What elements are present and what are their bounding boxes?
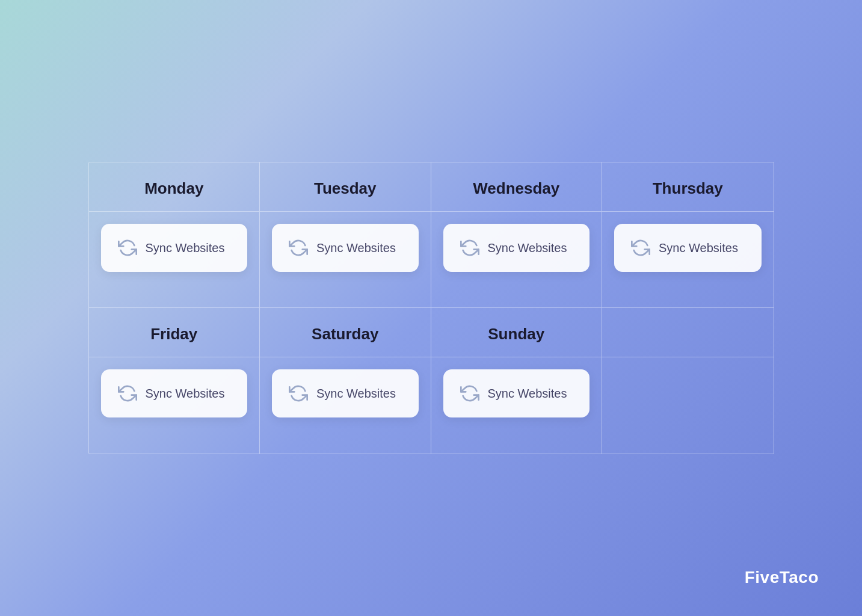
day-header-empty	[602, 308, 774, 357]
day-header-tuesday: Tuesday	[260, 162, 431, 212]
cell-sunday: Sync Websites	[431, 357, 603, 454]
day-header-sunday: Sunday	[431, 308, 603, 357]
calendar-container: Monday Tuesday Wednesday Thursday Sync W…	[88, 162, 774, 454]
brand-logo: FiveTaco	[745, 568, 819, 587]
task-label: Sync Websites	[146, 387, 225, 401]
task-label: Sync Websites	[146, 241, 225, 255]
task-card-friday[interactable]: Sync Websites	[101, 369, 248, 417]
task-label: Sync Websites	[488, 241, 567, 255]
cell-saturday: Sync Websites	[260, 357, 431, 454]
day-header-thursday: Thursday	[602, 162, 774, 212]
cell-tuesday: Sync Websites	[260, 212, 431, 308]
sync-icon	[460, 238, 479, 257]
day-header-monday: Monday	[89, 162, 260, 212]
task-card-monday[interactable]: Sync Websites	[101, 224, 248, 272]
sync-icon	[460, 384, 479, 403]
cell-wednesday: Sync Websites	[431, 212, 603, 308]
sync-icon	[631, 238, 650, 257]
sync-icon	[118, 384, 137, 403]
day-header-wednesday: Wednesday	[431, 162, 603, 212]
cell-monday: Sync Websites	[89, 212, 260, 308]
cell-friday: Sync Websites	[89, 357, 260, 454]
task-card-saturday[interactable]: Sync Websites	[272, 369, 419, 417]
task-card-thursday[interactable]: Sync Websites	[614, 224, 762, 272]
task-label: Sync Websites	[659, 241, 738, 255]
task-label: Sync Websites	[316, 241, 396, 255]
cell-thursday: Sync Websites	[602, 212, 774, 308]
task-card-tuesday[interactable]: Sync Websites	[272, 224, 419, 272]
sync-icon	[118, 238, 137, 257]
task-label: Sync Websites	[316, 387, 396, 401]
task-label: Sync Websites	[488, 387, 567, 401]
sync-icon	[289, 238, 308, 257]
task-card-sunday[interactable]: Sync Websites	[443, 369, 590, 417]
day-header-saturday: Saturday	[260, 308, 431, 357]
sync-icon	[289, 384, 308, 403]
day-header-friday: Friday	[89, 308, 260, 357]
task-card-wednesday[interactable]: Sync Websites	[443, 224, 590, 272]
cell-empty	[602, 357, 774, 454]
